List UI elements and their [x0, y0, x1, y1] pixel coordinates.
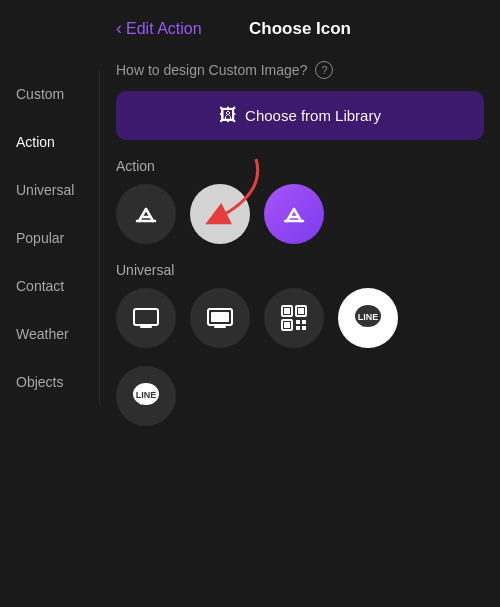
sidebar-item-popular[interactable]: Popular: [0, 214, 100, 262]
appstore-white-icon: [205, 199, 235, 229]
svg-rect-20: [284, 308, 290, 314]
universal-icons-grid: LINE: [116, 288, 484, 348]
svg-line-0: [139, 209, 146, 221]
sidebar-item-objects[interactable]: Objects: [0, 358, 100, 406]
svg-rect-28: [302, 326, 306, 330]
svg-rect-22: [298, 308, 304, 314]
sidebar-item-weather[interactable]: Weather: [0, 310, 100, 358]
icon-line-dark[interactable]: LINE: [338, 288, 398, 348]
back-chevron-icon: ‹: [116, 18, 122, 39]
sidebar: Custom Action Universal Popular Contact …: [0, 0, 100, 607]
universal-section-label: Universal: [116, 262, 484, 278]
line-bubble-icon: LINE: [350, 300, 386, 336]
choose-library-button[interactable]: 🖼 Choose from Library: [116, 91, 484, 140]
icon-screen-outline[interactable]: [116, 288, 176, 348]
svg-text:LINE: LINE: [136, 390, 157, 400]
svg-rect-12: [134, 309, 158, 325]
action-icons-grid: [116, 184, 484, 244]
app-container: Custom Action Universal Popular Contact …: [0, 0, 500, 607]
svg-line-5: [220, 209, 227, 221]
svg-rect-16: [211, 312, 229, 322]
sidebar-item-contact[interactable]: Contact: [0, 262, 100, 310]
universal-icons-grid-row2: LINE: [116, 366, 484, 426]
sidebar-item-universal[interactable]: Universal: [0, 166, 100, 214]
icon-line-white[interactable]: LINE: [116, 366, 176, 426]
sidebar-item-custom[interactable]: Custom: [0, 70, 100, 118]
back-button[interactable]: ‹ Edit Action: [116, 18, 202, 39]
help-icon[interactable]: ?: [315, 61, 333, 79]
svg-line-9: [294, 209, 301, 221]
custom-image-label: How to design Custom Image?: [116, 62, 307, 78]
qr-code-icon: [279, 303, 309, 333]
icon-appstore-purple[interactable]: [264, 184, 324, 244]
main-content: ‹ Edit Action Choose Icon How to design …: [100, 0, 500, 607]
svg-text:LINE: LINE: [358, 312, 379, 322]
icon-appstore-white[interactable]: [190, 184, 250, 244]
svg-line-4: [213, 209, 220, 221]
appstore-purple-icon: [279, 199, 309, 229]
custom-image-hint: How to design Custom Image? ?: [116, 61, 484, 79]
back-label: Edit Action: [126, 20, 202, 38]
svg-rect-25: [296, 320, 300, 324]
icon-appstore-dark[interactable]: [116, 184, 176, 244]
action-section-label: Action: [116, 158, 484, 174]
page-title: Choose Icon: [249, 19, 351, 39]
screen-outline-icon: [130, 302, 162, 334]
scroll-area[interactable]: How to design Custom Image? ? 🖼 Choose f…: [100, 49, 500, 607]
svg-line-1: [146, 209, 153, 221]
icon-qr-code[interactable]: [264, 288, 324, 348]
library-button-label: Choose from Library: [245, 107, 381, 124]
header: ‹ Edit Action Choose Icon: [100, 0, 500, 49]
appstore-dark-icon: [131, 199, 161, 229]
svg-line-8: [287, 209, 294, 221]
svg-rect-24: [284, 322, 290, 328]
sidebar-item-action[interactable]: Action: [0, 118, 100, 166]
icon-screen-filled[interactable]: [190, 288, 250, 348]
library-icon: 🖼: [219, 105, 237, 126]
screen-filled-icon: [204, 302, 236, 334]
action-icons-row: [116, 184, 484, 244]
line-white-icon: LINE: [128, 378, 164, 414]
svg-rect-26: [302, 320, 306, 324]
svg-rect-27: [296, 326, 300, 330]
